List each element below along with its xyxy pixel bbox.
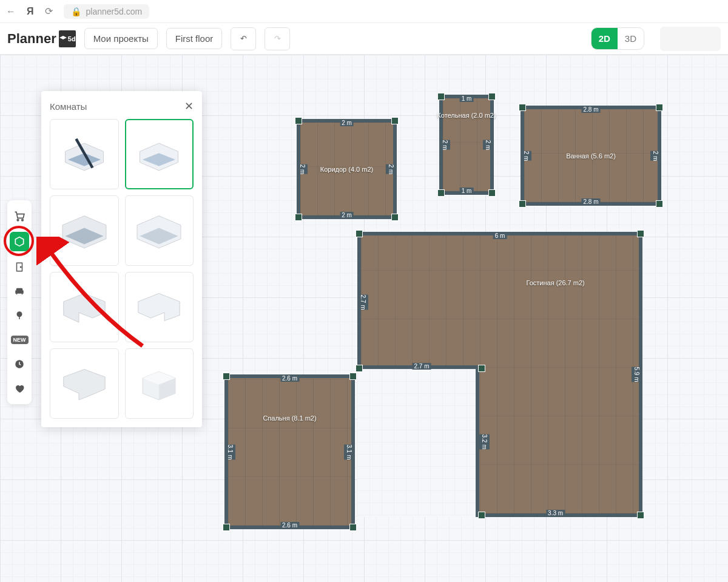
- room-living[interactable]: Гостиная (26.7 m2) 6 m 3.3 m 2.7 m 2.7 m…: [357, 232, 642, 517]
- rooms-icon[interactable]: [10, 232, 29, 251]
- room-label: Котельная (2.0 m2): [437, 112, 496, 119]
- reload-icon[interactable]: ⟳: [45, 5, 53, 17]
- room-shape-rect1[interactable]: [50, 195, 119, 266]
- dim-top: 2 m: [340, 120, 354, 126]
- dim-left: 2 m: [521, 151, 531, 161]
- dim-top: 2.8 m: [581, 106, 600, 113]
- back-icon[interactable]: ←: [6, 6, 16, 17]
- new-badge[interactable]: NEW: [11, 331, 28, 348]
- user-area[interactable]: [660, 27, 721, 51]
- dim-right: 2 m: [386, 164, 396, 174]
- my-projects-button[interactable]: Мои проекты: [84, 28, 158, 49]
- lock-icon: 🔒: [71, 7, 81, 16]
- view-3d[interactable]: 3D: [618, 28, 644, 49]
- svg-point-4: [17, 311, 22, 317]
- url-text: planner5d.com: [86, 7, 143, 16]
- left-toolbar: NEW: [7, 200, 32, 404]
- rooms-panel: Комнаты ✕: [41, 91, 202, 427]
- dim-left: 2 m: [440, 140, 450, 150]
- room-boiler[interactable]: Котельная (2.0 m2) 1 m 1 m 2 m 2 m: [439, 95, 494, 195]
- logo-text: Planner: [7, 31, 56, 47]
- logo-badge: 5d: [59, 30, 76, 47]
- svg-point-3: [21, 266, 22, 268]
- dim-left: 2 m: [297, 164, 308, 174]
- address-bar[interactable]: 🔒 planner5d.com: [64, 4, 150, 19]
- dim-cut-w: 2.7 m: [412, 363, 431, 370]
- workspace: Коридор (4.0 m2) 2 m 2 m 2 m 2 m Котельн…: [0, 55, 728, 582]
- undo-button[interactable]: ↶: [231, 27, 256, 50]
- doors-icon[interactable]: [11, 259, 28, 276]
- view-toggle: 2D 3D: [591, 27, 644, 50]
- dim-top: 1 m: [460, 95, 474, 102]
- room-bath[interactable]: Ванная (5.6 m2) 2.8 m 2.8 m 2 m 2 m: [521, 106, 661, 206]
- room-shape-l2[interactable]: [125, 272, 194, 342]
- plants-icon[interactable]: [11, 307, 28, 324]
- dim-bot: 2.6 m: [280, 522, 299, 529]
- view-2d[interactable]: 2D: [592, 28, 618, 49]
- room-label: Ванная (5.6 m2): [566, 152, 616, 160]
- svg-rect-5: [19, 317, 20, 320]
- room-shape-cube[interactable]: [125, 348, 194, 419]
- close-icon[interactable]: ✕: [184, 100, 194, 113]
- svg-point-0: [17, 219, 19, 221]
- dim-left: 2.7 m: [358, 294, 368, 310]
- dim-right: 2 m: [650, 151, 661, 161]
- room-bedroom[interactable]: Спальня (8.1 m2) 2.6 m 2.6 m 3.1 m 3.1 m: [224, 374, 355, 529]
- room-shape-freeform[interactable]: [50, 119, 119, 189]
- furniture-icon[interactable]: [11, 283, 28, 300]
- floor-select[interactable]: First floor: [166, 28, 223, 49]
- heart-icon[interactable]: [11, 380, 28, 397]
- app-header: Planner 5d Мои проекты First floor ↶ ↷ 2…: [0, 23, 728, 55]
- logo[interactable]: Planner 5d: [7, 30, 76, 47]
- room-label: Спальня (8.1 m2): [263, 415, 316, 422]
- room-shape-l1[interactable]: [50, 272, 119, 342]
- dim-bot: 2.8 m: [581, 198, 600, 205]
- panel-title: Комнаты: [50, 101, 87, 112]
- room-shape-rect2[interactable]: [125, 195, 194, 266]
- dim-bot: 1 m: [460, 188, 474, 194]
- clock-icon[interactable]: [11, 356, 28, 373]
- living-cutout: [357, 365, 479, 517]
- room-corridor[interactable]: Коридор (4.0 m2) 2 m 2 m 2 m 2 m: [297, 119, 397, 219]
- room-shape-square[interactable]: [125, 119, 194, 189]
- dim-right: 2 m: [483, 140, 493, 150]
- browser-bar: ← Я ⟳ 🔒 planner5d.com: [0, 0, 728, 23]
- dim-top: 6 m: [493, 232, 507, 239]
- room-label: Коридор (4.0 m2): [320, 166, 373, 173]
- dim-right: 5.9 m: [632, 367, 642, 382]
- yandex-icon[interactable]: Я: [27, 6, 34, 17]
- shop-icon[interactable]: [11, 208, 28, 225]
- dim-cut-h: 3.2 m: [479, 434, 490, 449]
- room-label: Гостиная (26.7 m2): [526, 279, 584, 286]
- redo-button[interactable]: ↷: [265, 27, 290, 50]
- room-shape-l3[interactable]: [50, 348, 119, 419]
- svg-point-1: [22, 219, 24, 221]
- dim-bot: 2 m: [340, 212, 354, 218]
- dim-left: 3.1 m: [225, 444, 235, 459]
- dim-right: 3.1 m: [344, 444, 354, 459]
- dim-top: 2.6 m: [280, 375, 299, 382]
- dim-bot: 3.3 m: [546, 510, 565, 516]
